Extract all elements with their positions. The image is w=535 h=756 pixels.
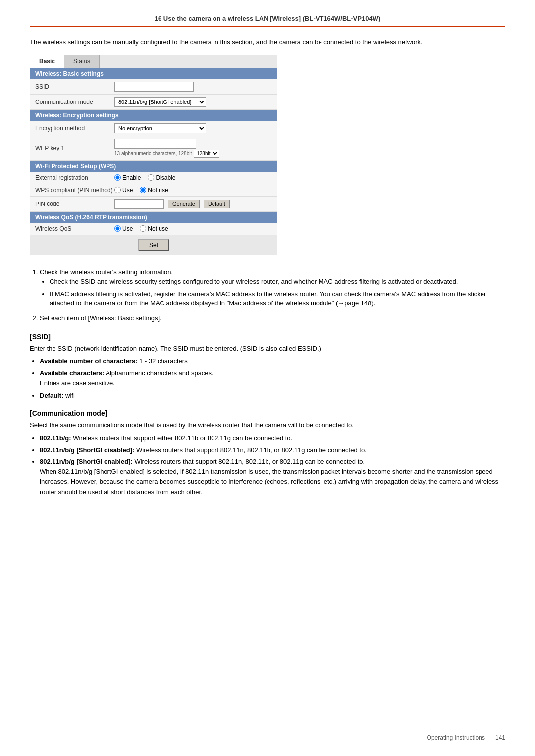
wps-pin-label: WPS compliant (PIN method) <box>35 187 114 194</box>
external-registration-row: External registration Enable Disable <box>30 172 277 184</box>
qos-use-radio[interactable] <box>114 225 121 232</box>
external-reg-disable-option[interactable]: Disable <box>148 174 175 181</box>
set-button[interactable]: Set <box>138 239 169 251</box>
instruction-step-1: Check the wireless router's setting info… <box>40 267 505 308</box>
step2-text: Set each item of [Wireless: Basic settin… <box>40 314 161 322</box>
comm-bullet-3: 802.11n/b/g [ShortGI enabled]: Wireless … <box>40 457 505 497</box>
qos-notuse-radio[interactable] <box>140 225 146 232</box>
pin-code-row: PIN code Generate Default <box>30 197 277 212</box>
comm-mode-section-desc: Select the same communications mode that… <box>30 420 505 430</box>
encryption-method-control: No encryption WEP WPA WPA2 <box>114 123 272 133</box>
wps-notuse-label: Not use <box>148 187 168 194</box>
comm-bullet-1: 802.11b/g: Wireless routers that support… <box>40 433 505 443</box>
instructions-section: Check the wireless router's setting info… <box>30 267 505 323</box>
wireless-qos-label: Wireless QoS <box>35 225 114 232</box>
encryption-method-label: Encryption method <box>35 125 114 132</box>
ssid-section-title: [SSID] <box>30 333 505 341</box>
ssid-label: SSID <box>35 83 114 90</box>
wep-bit-select[interactable]: 128bit 64bit <box>194 150 219 158</box>
section-header-encryption: Wireless: Encryption settings <box>30 110 277 121</box>
section-header-wps: Wi-Fi Protected Setup (WPS) <box>30 161 277 172</box>
wep-key-label: WEP key 1 <box>35 145 114 151</box>
generate-button[interactable]: Generate <box>168 200 200 208</box>
encryption-method-select[interactable]: No encryption WEP WPA WPA2 <box>114 123 206 133</box>
ssid-section-desc: Enter the SSID (network identification n… <box>30 344 505 353</box>
section-header-basic: Wireless: Basic settings <box>30 68 277 79</box>
qos-use-option[interactable]: Use <box>114 225 133 232</box>
qos-notuse-label: Not use <box>148 225 168 232</box>
comm-mode-select[interactable]: 802.11b/g 802.11n/b/g [ShortGI disabled]… <box>114 97 206 107</box>
wep-key-input[interactable] <box>114 139 196 149</box>
comm-mode-label: Communication mode <box>35 99 114 105</box>
ssid-section: [SSID] Enter the SSID (network identific… <box>30 333 505 401</box>
external-reg-enable-label: Enable <box>122 174 141 181</box>
pin-code-control: Generate Default <box>114 199 272 209</box>
wps-notuse-option[interactable]: Not use <box>140 187 168 194</box>
wireless-qos-control: Use Not use <box>114 225 272 232</box>
comm-bullet-2: 802.11n/b/g [ShortGI disabled]: Wireless… <box>40 445 505 455</box>
default-button[interactable]: Default <box>204 200 230 208</box>
wps-use-radio[interactable] <box>114 187 121 193</box>
qos-notuse-option[interactable]: Not use <box>140 225 168 232</box>
section-header-qos: Wireless QoS (H.264 RTP transmission) <box>30 212 277 223</box>
wireless-qos-row: Wireless QoS Use Not use <box>30 223 277 235</box>
intro-text: The wireless settings can be manually co… <box>30 37 505 47</box>
wps-pin-control: Use Not use <box>114 187 272 194</box>
settings-panel: Basic Status Wireless: Basic settings SS… <box>30 55 277 255</box>
instruction-step-2: Set each item of [Wireless: Basic settin… <box>40 313 505 323</box>
external-reg-enable-option[interactable]: Enable <box>114 174 141 181</box>
page-header: 16 Use the camera on a wireless LAN [Wir… <box>30 15 505 27</box>
wep-key-row: WEP key 1 13 alphanumeric characters, 12… <box>30 136 277 161</box>
wps-notuse-radio[interactable] <box>140 187 146 193</box>
footer-text: Operating Instructions <box>427 734 485 741</box>
step1-bullet-2: If MAC address filtering is activated, r… <box>50 289 505 308</box>
comm-mode-control: 802.11b/g 802.11n/b/g [ShortGI disabled]… <box>114 97 272 107</box>
ssid-control <box>114 82 272 92</box>
ssid-bullet-3: Default: wifi <box>40 391 505 401</box>
wep-key-control: 13 alphanumeric characters, 128bit 128bi… <box>114 139 272 158</box>
step1-text: Check the wireless router's setting info… <box>40 268 173 276</box>
pin-code-label: PIN code <box>35 201 114 207</box>
footer-page: 141 <box>495 734 505 741</box>
qos-use-label: Use <box>122 225 133 232</box>
ssid-bullet-2: Available characters: Alphanumeric chara… <box>40 368 505 388</box>
tab-basic[interactable]: Basic <box>30 55 64 68</box>
footer-divider <box>490 734 490 741</box>
page-footer: Operating Instructions 141 <box>427 734 505 741</box>
panel-tabs: Basic Status <box>30 55 277 68</box>
ssid-row: SSID <box>30 79 277 95</box>
external-registration-control: Enable Disable <box>114 174 272 181</box>
step1-bullet-1: Check the SSID and wireless security set… <box>50 277 505 287</box>
external-reg-enable-radio[interactable] <box>114 174 121 181</box>
wps-use-label: Use <box>122 187 133 194</box>
ssid-bullet-1: Available number of characters: 1 - 32 c… <box>40 356 505 366</box>
wep-hint-text: 13 alphanumeric characters, 128bit <box>114 151 192 156</box>
ssid-input[interactable] <box>114 82 194 92</box>
tab-status[interactable]: Status <box>64 55 100 68</box>
external-registration-label: External registration <box>35 174 114 181</box>
comm-mode-row: Communication mode 802.11b/g 802.11n/b/g… <box>30 95 277 110</box>
external-reg-disable-label: Disable <box>156 174 175 181</box>
comm-mode-section-title: [Communication mode] <box>30 409 505 417</box>
comm-mode-section: [Communication mode] Select the same com… <box>30 409 505 497</box>
encryption-method-row: Encryption method No encryption WEP WPA … <box>30 121 277 136</box>
wps-use-option[interactable]: Use <box>114 187 133 194</box>
wps-pin-row: WPS compliant (PIN method) Use Not use <box>30 184 277 197</box>
pin-code-input[interactable] <box>114 199 164 209</box>
set-button-row: Set <box>30 235 277 255</box>
external-reg-disable-radio[interactable] <box>148 174 154 181</box>
